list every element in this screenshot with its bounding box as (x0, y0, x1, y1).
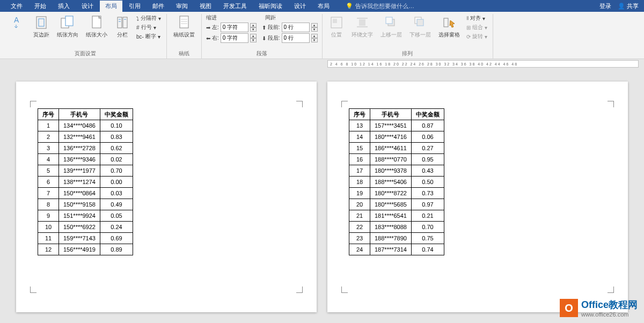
table-row[interactable]: 13157****34510.87 (349, 120, 444, 131)
table-cell[interactable]: 157****3451 (370, 120, 412, 131)
table-cell[interactable]: 23 (349, 233, 370, 244)
wrap-text-button[interactable]: 环绕文字 (349, 14, 375, 40)
indent-right-input[interactable] (221, 33, 248, 43)
table-cell[interactable]: 11 (38, 233, 59, 244)
space-before-down[interactable]: ▼ (311, 27, 318, 32)
columns-button[interactable]: 分栏 (113, 14, 132, 40)
table-cell[interactable]: 4 (38, 154, 59, 165)
table-cell[interactable]: 0.02 (100, 154, 133, 165)
table-cell[interactable]: 134****0486 (59, 120, 100, 131)
table-cell[interactable]: 17 (349, 165, 370, 177)
table-cell[interactable]: 24 (349, 244, 370, 255)
space-after-input[interactable] (282, 33, 310, 43)
table-cell[interactable]: 16 (349, 154, 370, 165)
align-button[interactable]: ⫴对齐 ▾ (465, 14, 488, 23)
space-before-up[interactable]: ▲ (311, 23, 318, 27)
table-cell[interactable]: 180****4716 (370, 131, 412, 143)
indent-right-down[interactable]: ▼ (250, 38, 257, 42)
tab-insert[interactable]: 插入 (53, 1, 75, 12)
rotate-button[interactable]: ⟳旋转 ▾ (465, 32, 488, 41)
table-cell[interactable]: 6 (38, 177, 59, 188)
table-cell[interactable]: 0.03 (100, 188, 133, 199)
table-cell[interactable]: 21 (349, 210, 370, 222)
table-row[interactable]: 24187****73140.74 (349, 244, 444, 255)
table-cell[interactable]: 136****2728 (59, 143, 100, 154)
table-cell[interactable]: 180****8722 (370, 188, 412, 199)
table-row[interactable]: 14180****47160.06 (349, 131, 444, 143)
table-cell[interactable]: 18 (349, 177, 370, 188)
table-cell[interactable]: 0.70 (411, 222, 444, 233)
table-cell[interactable]: 2 (38, 131, 59, 143)
table-cell[interactable]: 9 (38, 210, 59, 222)
table-cell[interactable]: 3 (38, 143, 59, 154)
table-cell[interactable]: 13 (349, 120, 370, 131)
table-cell[interactable]: 0.95 (411, 154, 444, 165)
text-direction-button[interactable]: A页边距 (9, 14, 28, 31)
tab-references[interactable]: 引用 (123, 1, 146, 12)
position-button[interactable]: 位置 (327, 14, 346, 40)
tab-table-layout[interactable]: 布局 (312, 1, 335, 12)
table-row[interactable]: 17180****93780.43 (349, 165, 444, 177)
table-row[interactable]: 19180****87220.73 (349, 188, 444, 199)
table-cell[interactable]: 5 (38, 165, 59, 177)
table-cell[interactable]: 0.00 (100, 177, 133, 188)
table-cell[interactable]: 0.10 (100, 120, 133, 131)
bring-forward-button[interactable]: 上移一层 (378, 14, 404, 40)
table-cell[interactable]: 0.69 (100, 233, 133, 244)
table-cell[interactable]: 0.27 (411, 143, 444, 154)
tab-table-design[interactable]: 设计 (289, 1, 311, 12)
tab-foxit[interactable]: 福昕阅读 (253, 1, 288, 12)
table-cell[interactable]: 132****9461 (59, 131, 100, 143)
table-row[interactable]: 8150****91580.49 (38, 199, 133, 210)
tab-view[interactable]: 视图 (194, 1, 217, 12)
indent-left-down[interactable]: ▼ (250, 27, 257, 32)
tab-review[interactable]: 审阅 (171, 1, 193, 12)
table-cell[interactable]: 8 (38, 199, 59, 210)
margins-button[interactable]: 页边距 (31, 14, 52, 40)
data-table-1[interactable]: 序号手机号中奖金额1134****04860.102132****94610.8… (38, 108, 133, 255)
page-2[interactable]: 序号手机号中奖金额13157****34510.8714180****47160… (327, 82, 628, 312)
table-cell[interactable]: 12 (38, 244, 59, 255)
group-button[interactable]: ⊞组合 ▾ (465, 23, 488, 32)
space-after-up[interactable]: ▲ (311, 34, 318, 38)
table-cell[interactable]: 187****7314 (370, 244, 412, 255)
table-cell[interactable]: 0.75 (411, 233, 444, 244)
table-cell[interactable]: 22 (349, 222, 370, 233)
table-cell[interactable]: 0.05 (100, 210, 133, 222)
table-row[interactable]: 2132****94610.83 (38, 131, 133, 143)
hyphenation-button[interactable]: bc-断字 ▾ (135, 32, 162, 41)
table-row[interactable]: 15186****46110.27 (349, 143, 444, 154)
paper-settings-button[interactable]: 稿纸设置 (171, 14, 197, 40)
table-cell[interactable]: 181****6541 (370, 210, 412, 222)
table-cell[interactable]: 0.62 (100, 143, 133, 154)
table-row[interactable]: 5139****19770.70 (38, 165, 133, 177)
tab-file[interactable]: 文件 (5, 1, 28, 12)
space-after-down[interactable]: ▼ (311, 38, 318, 42)
table-row[interactable]: 21181****65410.21 (349, 210, 444, 222)
indent-left-up[interactable]: ▲ (250, 23, 257, 27)
table-cell[interactable]: 14 (349, 131, 370, 143)
table-cell[interactable]: 20 (349, 199, 370, 210)
orientation-button[interactable]: 纸张方向 (55, 14, 80, 40)
table-cell[interactable]: 188****7890 (370, 233, 412, 244)
tab-layout[interactable]: 布局 (100, 1, 122, 12)
table-cell[interactable]: 0.21 (411, 210, 444, 222)
table-row[interactable]: 22183****80880.70 (349, 222, 444, 233)
table-row[interactable]: 7150****08640.03 (38, 188, 133, 199)
table-cell[interactable]: 183****8088 (370, 222, 412, 233)
table-cell[interactable]: 0.49 (100, 199, 133, 210)
table-cell[interactable]: 159****7143 (59, 233, 100, 244)
table-cell[interactable]: 188****0770 (370, 154, 412, 165)
table-cell[interactable]: 150****6922 (59, 222, 100, 233)
data-table-2[interactable]: 序号手机号中奖金额13157****34510.8714180****47160… (349, 108, 444, 255)
line-numbers-button[interactable]: #行号 ▾ (135, 23, 162, 32)
tab-home[interactable]: 开始 (29, 1, 52, 12)
table-row[interactable]: 20180****56850.97 (349, 199, 444, 210)
send-backward-button[interactable]: 下移一层 (407, 14, 433, 40)
size-button[interactable]: 纸张大小 (84, 14, 109, 40)
table-cell[interactable]: 180****5685 (370, 199, 412, 210)
table-cell[interactable]: 0.87 (411, 120, 444, 131)
table-row[interactable]: 18188****54060.50 (349, 177, 444, 188)
table-cell[interactable]: 136****9346 (59, 154, 100, 165)
table-cell[interactable]: 0.89 (100, 244, 133, 255)
